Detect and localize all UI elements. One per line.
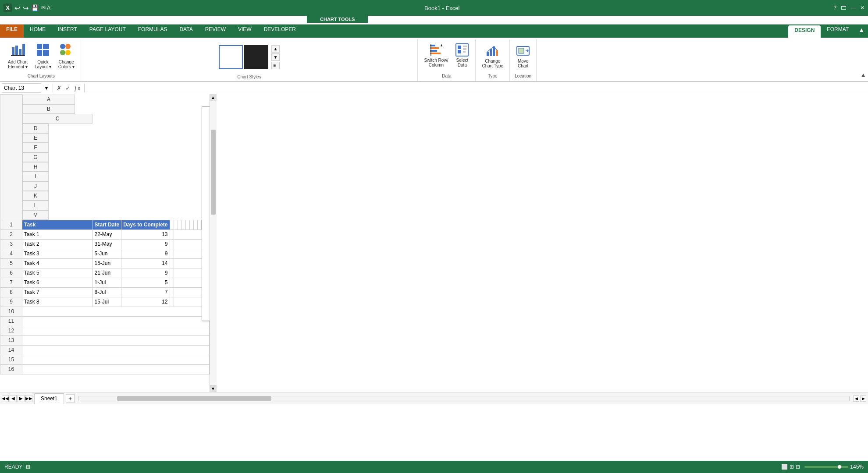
style-swatch-blank[interactable] [219,45,243,69]
undo-btn[interactable]: ↩ [14,4,20,12]
redo-btn[interactable]: ↪ [23,4,28,12]
cell-d9[interactable] [170,297,174,307]
col-header-g[interactable]: G [22,152,49,162]
cell-a9[interactable]: Task 8 [22,297,93,307]
close-btn[interactable]: ✕ [860,5,864,11]
switch-row-col-btn[interactable]: Switch Row/Column [421,41,451,71]
tab-data[interactable]: DATA [173,25,199,38]
cell-j1[interactable] [193,220,197,229]
sheet-nav-prev[interactable]: ◀ [10,395,17,402]
cell-c5[interactable]: 14 [121,258,170,268]
zoom-thumb[interactable] [837,465,842,469]
col-header-i[interactable]: I [22,172,49,181]
cell-k1[interactable] [197,220,201,229]
cell-a6[interactable]: Task 5 [22,268,93,278]
style-swatch-dark[interactable] [244,45,268,69]
h-scroll-right-btn[interactable]: ▶ [860,395,866,402]
cell-row14[interactable] [22,345,210,355]
col-header-m[interactable]: M [22,210,49,220]
h-scroll-left-btn[interactable]: ◀ [853,395,859,402]
tab-file[interactable]: FILE [0,25,24,38]
cell-d1[interactable] [170,220,174,229]
cell-b1[interactable]: Start Date [92,220,121,229]
move-chart-btn[interactable]: MoveChart [513,42,533,70]
insert-function-btn[interactable]: ƒx [73,85,82,92]
col-header-h[interactable]: H [22,162,49,172]
cell-c9[interactable]: 12 [121,297,170,307]
sheet-nav-last[interactable]: ▶▶ [25,395,32,402]
scroll-thumb[interactable] [211,130,216,215]
cell-b8[interactable]: 8-Jul [92,287,121,297]
cell-b3[interactable]: 31-May [92,239,121,249]
minimize-btn[interactable]: — [850,5,856,11]
cell-a5[interactable]: Task 4 [22,258,93,268]
style-scroll-up[interactable]: ▲ [271,45,280,53]
cell-d8[interactable] [170,287,174,297]
quick-layout-btn[interactable]: QuickLayout ▾ [32,41,54,71]
tab-home[interactable]: HOME [24,25,52,38]
cell-c3[interactable]: 9 [121,239,170,249]
cell-row13[interactable] [22,335,210,345]
tab-page-layout[interactable]: PAGE LAYOUT [83,25,132,38]
scroll-down-btn[interactable]: ▼ [210,385,217,392]
select-data-btn[interactable]: SelectData [452,41,472,71]
style-scroll-down[interactable]: ▼ [271,53,280,61]
cell-a8[interactable]: Task 7 [22,287,93,297]
cell-e1[interactable] [174,220,178,229]
right-scrollbar[interactable]: ▲ ▼ [210,94,217,392]
col-header-d[interactable]: D [22,124,49,133]
tab-formulas[interactable]: FORMULAS [132,25,174,38]
cell-b4[interactable]: 5-Jun [92,249,121,258]
change-chart-type-btn[interactable]: ChangeChart Type [479,42,506,70]
cell-b9[interactable]: 15-Jul [92,297,121,307]
sheet-nav-first[interactable]: ◀◀ [2,395,9,402]
save-btn[interactable]: 💾 [31,4,39,11]
cell-d5[interactable] [170,258,174,268]
cell-c4[interactable]: 9 [121,249,170,258]
page-layout-view-btn[interactable]: ⊞ [790,464,794,470]
cell-c8[interactable]: 7 [121,287,170,297]
horizontal-scrollbar[interactable] [78,396,850,401]
col-header-k[interactable]: K [22,191,49,201]
cell-a4[interactable]: Task 3 [22,249,93,258]
change-colors-btn[interactable]: ChangeColors ▾ [56,41,77,71]
cell-b6[interactable]: 21-Jun [92,268,121,278]
h-scroll-thumb[interactable] [117,396,271,401]
cell-row15[interactable] [22,355,210,364]
scroll-up-btn[interactable]: ▲ [210,94,217,101]
cell-c7[interactable]: 5 [121,278,170,287]
sheet-tab-sheet1[interactable]: Sheet1 [34,393,64,404]
collapse-ribbon-btn[interactable]: ▲ [855,25,868,38]
cell-f1[interactable] [178,220,181,229]
tab-insert[interactable]: INSERT [52,25,83,38]
formula-input[interactable] [87,85,866,91]
cell-d6[interactable] [170,268,174,278]
name-box-dropdown[interactable]: ▼ [43,85,50,91]
style-more[interactable]: ≡ [271,62,280,69]
cell-b7[interactable]: 1-Jul [92,278,121,287]
cell-row10[interactable] [22,307,210,316]
confirm-formula-btn[interactable]: ✓ [64,85,71,92]
cell-row12[interactable] [22,326,210,335]
add-chart-element-btn[interactable]: Add ChartElement ▾ [5,41,30,71]
ribbon-collapse-btn[interactable]: ▲ [860,71,866,78]
cell-d7[interactable] [170,278,174,287]
cancel-formula-btn[interactable]: ✗ [56,85,63,92]
cell-row16[interactable] [22,364,210,374]
cell-b2[interactable]: 22-May [92,229,121,239]
normal-view-btn[interactable]: ⬜ [781,464,788,470]
col-header-f[interactable]: F [22,143,49,152]
cell-d2[interactable] [170,229,174,239]
cell-a2[interactable]: Task 1 [22,229,93,239]
cell-c2[interactable]: 13 [121,229,170,239]
cell-c6[interactable]: 9 [121,268,170,278]
restore-btn[interactable]: 🗖 [841,5,846,11]
cell-c1[interactable]: Days to Complete [121,220,170,229]
tab-review[interactable]: REVIEW [199,25,232,38]
col-header-l[interactable]: L [22,201,49,210]
cell-i1[interactable] [189,220,193,229]
help-btn[interactable]: ? [833,5,836,11]
col-header-b[interactable]: B [22,104,75,114]
zoom-slider[interactable] [804,466,848,468]
cell-a1[interactable]: Task [22,220,93,229]
